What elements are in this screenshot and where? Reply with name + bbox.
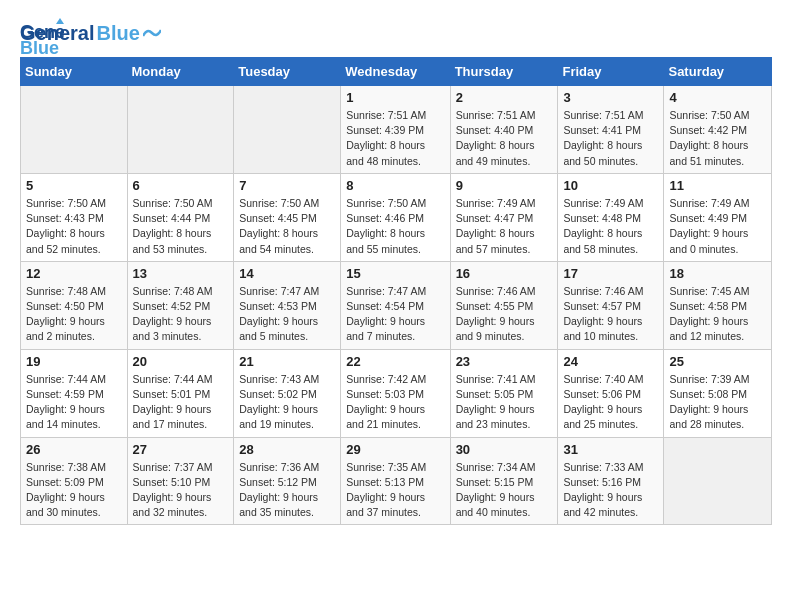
day-number: 2 xyxy=(456,90,553,105)
day-header-sunday: Sunday xyxy=(21,58,128,86)
day-header-monday: Monday xyxy=(127,58,234,86)
day-info: Sunrise: 7:46 AMSunset: 4:57 PMDaylight:… xyxy=(563,284,658,345)
day-info: Sunrise: 7:36 AMSunset: 5:12 PMDaylight:… xyxy=(239,460,335,521)
week-row-2: 5Sunrise: 7:50 AMSunset: 4:43 PMDaylight… xyxy=(21,173,772,261)
day-info: Sunrise: 7:48 AMSunset: 4:52 PMDaylight:… xyxy=(133,284,229,345)
day-info: Sunrise: 7:51 AMSunset: 4:41 PMDaylight:… xyxy=(563,108,658,169)
day-info: Sunrise: 7:35 AMSunset: 5:13 PMDaylight:… xyxy=(346,460,444,521)
day-cell: 4Sunrise: 7:50 AMSunset: 4:42 PMDaylight… xyxy=(664,86,772,174)
svg-text:Blue: Blue xyxy=(20,38,59,58)
day-info: Sunrise: 7:47 AMSunset: 4:54 PMDaylight:… xyxy=(346,284,444,345)
day-number: 1 xyxy=(346,90,444,105)
day-cell: 5Sunrise: 7:50 AMSunset: 4:43 PMDaylight… xyxy=(21,173,128,261)
day-cell: 8Sunrise: 7:50 AMSunset: 4:46 PMDaylight… xyxy=(341,173,450,261)
day-cell: 26Sunrise: 7:38 AMSunset: 5:09 PMDayligh… xyxy=(21,437,128,525)
day-cell: 3Sunrise: 7:51 AMSunset: 4:41 PMDaylight… xyxy=(558,86,664,174)
day-info: Sunrise: 7:47 AMSunset: 4:53 PMDaylight:… xyxy=(239,284,335,345)
day-cell: 27Sunrise: 7:37 AMSunset: 5:10 PMDayligh… xyxy=(127,437,234,525)
day-info: Sunrise: 7:50 AMSunset: 4:45 PMDaylight:… xyxy=(239,196,335,257)
svg-marker-2 xyxy=(56,18,64,24)
day-cell: 29Sunrise: 7:35 AMSunset: 5:13 PMDayligh… xyxy=(341,437,450,525)
day-cell: 23Sunrise: 7:41 AMSunset: 5:05 PMDayligh… xyxy=(450,349,558,437)
day-cell: 9Sunrise: 7:49 AMSunset: 4:47 PMDaylight… xyxy=(450,173,558,261)
day-cell: 2Sunrise: 7:51 AMSunset: 4:40 PMDaylight… xyxy=(450,86,558,174)
day-cell: 24Sunrise: 7:40 AMSunset: 5:06 PMDayligh… xyxy=(558,349,664,437)
day-cell: 10Sunrise: 7:49 AMSunset: 4:48 PMDayligh… xyxy=(558,173,664,261)
day-info: Sunrise: 7:48 AMSunset: 4:50 PMDaylight:… xyxy=(26,284,122,345)
day-info: Sunrise: 7:50 AMSunset: 4:44 PMDaylight:… xyxy=(133,196,229,257)
day-number: 9 xyxy=(456,178,553,193)
day-cell xyxy=(664,437,772,525)
page: General Blue General Blue SundayMon xyxy=(0,0,792,541)
day-info: Sunrise: 7:40 AMSunset: 5:06 PMDaylight:… xyxy=(563,372,658,433)
day-cell: 16Sunrise: 7:46 AMSunset: 4:55 PMDayligh… xyxy=(450,261,558,349)
day-cell: 14Sunrise: 7:47 AMSunset: 4:53 PMDayligh… xyxy=(234,261,341,349)
day-number: 26 xyxy=(26,442,122,457)
day-cell xyxy=(234,86,341,174)
day-cell: 20Sunrise: 7:44 AMSunset: 5:01 PMDayligh… xyxy=(127,349,234,437)
week-row-4: 19Sunrise: 7:44 AMSunset: 4:59 PMDayligh… xyxy=(21,349,772,437)
day-number: 15 xyxy=(346,266,444,281)
day-number: 27 xyxy=(133,442,229,457)
day-number: 7 xyxy=(239,178,335,193)
day-number: 24 xyxy=(563,354,658,369)
day-cell: 18Sunrise: 7:45 AMSunset: 4:58 PMDayligh… xyxy=(664,261,772,349)
day-number: 22 xyxy=(346,354,444,369)
day-info: Sunrise: 7:42 AMSunset: 5:03 PMDaylight:… xyxy=(346,372,444,433)
day-info: Sunrise: 7:33 AMSunset: 5:16 PMDaylight:… xyxy=(563,460,658,521)
day-number: 20 xyxy=(133,354,229,369)
day-cell: 17Sunrise: 7:46 AMSunset: 4:57 PMDayligh… xyxy=(558,261,664,349)
day-info: Sunrise: 7:50 AMSunset: 4:46 PMDaylight:… xyxy=(346,196,444,257)
day-info: Sunrise: 7:50 AMSunset: 4:42 PMDaylight:… xyxy=(669,108,766,169)
day-cell: 19Sunrise: 7:44 AMSunset: 4:59 PMDayligh… xyxy=(21,349,128,437)
day-header-wednesday: Wednesday xyxy=(341,58,450,86)
day-info: Sunrise: 7:49 AMSunset: 4:48 PMDaylight:… xyxy=(563,196,658,257)
day-number: 17 xyxy=(563,266,658,281)
day-header-saturday: Saturday xyxy=(664,58,772,86)
day-cell: 11Sunrise: 7:49 AMSunset: 4:49 PMDayligh… xyxy=(664,173,772,261)
day-number: 6 xyxy=(133,178,229,193)
day-number: 14 xyxy=(239,266,335,281)
week-row-1: 1Sunrise: 7:51 AMSunset: 4:39 PMDaylight… xyxy=(21,86,772,174)
day-number: 12 xyxy=(26,266,122,281)
day-number: 11 xyxy=(669,178,766,193)
day-cell: 30Sunrise: 7:34 AMSunset: 5:15 PMDayligh… xyxy=(450,437,558,525)
calendar-header-row: SundayMondayTuesdayWednesdayThursdayFrid… xyxy=(21,58,772,86)
day-number: 3 xyxy=(563,90,658,105)
day-number: 5 xyxy=(26,178,122,193)
day-header-thursday: Thursday xyxy=(450,58,558,86)
day-info: Sunrise: 7:34 AMSunset: 5:15 PMDaylight:… xyxy=(456,460,553,521)
day-info: Sunrise: 7:41 AMSunset: 5:05 PMDaylight:… xyxy=(456,372,553,433)
logo: General Blue General Blue xyxy=(20,16,161,45)
logo-blue: Blue xyxy=(96,22,139,45)
day-info: Sunrise: 7:46 AMSunset: 4:55 PMDaylight:… xyxy=(456,284,553,345)
day-cell: 15Sunrise: 7:47 AMSunset: 4:54 PMDayligh… xyxy=(341,261,450,349)
day-cell: 7Sunrise: 7:50 AMSunset: 4:45 PMDaylight… xyxy=(234,173,341,261)
day-number: 16 xyxy=(456,266,553,281)
day-info: Sunrise: 7:39 AMSunset: 5:08 PMDaylight:… xyxy=(669,372,766,433)
logo-wave-icon xyxy=(143,26,161,40)
day-header-friday: Friday xyxy=(558,58,664,86)
day-info: Sunrise: 7:37 AMSunset: 5:10 PMDaylight:… xyxy=(133,460,229,521)
day-cell: 6Sunrise: 7:50 AMSunset: 4:44 PMDaylight… xyxy=(127,173,234,261)
day-cell: 12Sunrise: 7:48 AMSunset: 4:50 PMDayligh… xyxy=(21,261,128,349)
day-info: Sunrise: 7:50 AMSunset: 4:43 PMDaylight:… xyxy=(26,196,122,257)
day-cell: 28Sunrise: 7:36 AMSunset: 5:12 PMDayligh… xyxy=(234,437,341,525)
day-info: Sunrise: 7:45 AMSunset: 4:58 PMDaylight:… xyxy=(669,284,766,345)
day-cell xyxy=(21,86,128,174)
day-number: 13 xyxy=(133,266,229,281)
day-number: 10 xyxy=(563,178,658,193)
day-cell: 22Sunrise: 7:42 AMSunset: 5:03 PMDayligh… xyxy=(341,349,450,437)
day-number: 29 xyxy=(346,442,444,457)
day-info: Sunrise: 7:49 AMSunset: 4:47 PMDaylight:… xyxy=(456,196,553,257)
day-info: Sunrise: 7:44 AMSunset: 4:59 PMDaylight:… xyxy=(26,372,122,433)
day-cell: 25Sunrise: 7:39 AMSunset: 5:08 PMDayligh… xyxy=(664,349,772,437)
day-number: 8 xyxy=(346,178,444,193)
day-number: 23 xyxy=(456,354,553,369)
day-info: Sunrise: 7:43 AMSunset: 5:02 PMDaylight:… xyxy=(239,372,335,433)
day-header-tuesday: Tuesday xyxy=(234,58,341,86)
day-number: 18 xyxy=(669,266,766,281)
day-number: 4 xyxy=(669,90,766,105)
day-info: Sunrise: 7:49 AMSunset: 4:49 PMDaylight:… xyxy=(669,196,766,257)
logo-icon: General Blue xyxy=(20,16,64,60)
